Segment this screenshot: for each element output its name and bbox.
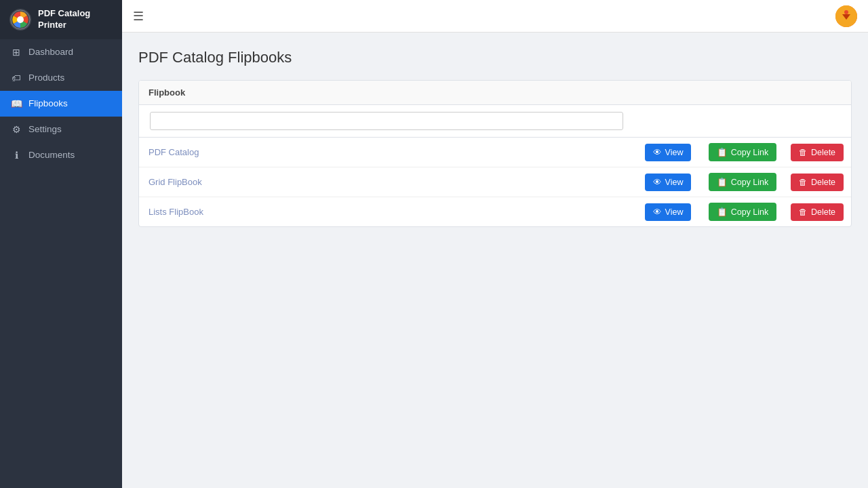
sidebar-item-flipbooks[interactable]: 📖 Flipbooks <box>0 91 122 117</box>
row-copy-cell-0: 📋 Copy Link <box>702 138 783 167</box>
delete-button-0[interactable]: 🗑 Delete <box>791 144 844 161</box>
trash-icon: 🗑 <box>799 148 808 157</box>
hamburger-button[interactable]: ☰ <box>133 9 144 24</box>
trash-icon: 🗑 <box>799 178 808 187</box>
col2-header <box>634 81 702 104</box>
sidebar-item-flipbooks-label: Flipbooks <box>28 98 68 108</box>
user-avatar[interactable] <box>835 5 857 27</box>
row-view-cell-1: 👁 View <box>634 168 702 197</box>
row-copy-cell-2: 📋 Copy Link <box>702 197 783 226</box>
row-view-cell-2: 👁 View <box>634 198 702 226</box>
row-delete-cell-1: 🗑 Delete <box>783 168 851 197</box>
copy-icon: 📋 <box>717 147 728 157</box>
row-name-1: Grid FlipBook <box>139 170 634 194</box>
row-copy-cell-1: 📋 Copy Link <box>702 167 783 197</box>
row-name-2: Lists FlipBook <box>139 200 634 224</box>
sidebar-item-settings[interactable]: ⚙ Settings <box>0 117 122 142</box>
app-title: PDF Catalog Printer <box>38 8 113 31</box>
flipbooks-icon: 📖 <box>11 98 22 109</box>
sidebar-item-documents-label: Documents <box>28 150 75 160</box>
eye-icon: 👁 <box>653 207 662 217</box>
svg-point-5 <box>844 10 848 14</box>
search-col2 <box>634 105 702 137</box>
col3-header <box>702 81 783 104</box>
copy-icon: 📋 <box>717 207 728 217</box>
sidebar-item-dashboard[interactable]: ⊞ Dashboard <box>0 39 122 65</box>
table-row: Grid FlipBook 👁 View 📋 Copy Link 🗑 Delet… <box>139 167 851 197</box>
delete-button-2[interactable]: 🗑 Delete <box>791 203 844 221</box>
sidebar-item-dashboard-label: Dashboard <box>28 47 73 57</box>
settings-icon: ⚙ <box>11 124 22 135</box>
table-header: Flipbook <box>139 81 851 105</box>
sidebar-item-documents[interactable]: ℹ Documents <box>0 142 122 168</box>
sidebar-item-settings-label: Settings <box>28 124 62 134</box>
sidebar-item-products[interactable]: 🏷 Products <box>0 65 122 91</box>
sidebar: PDF Catalog Printer ⊞ Dashboard 🏷 Produc… <box>0 0 122 488</box>
search-col3 <box>702 105 783 137</box>
svg-point-2 <box>17 16 24 23</box>
row-delete-cell-0: 🗑 Delete <box>783 138 851 167</box>
eye-icon: 👁 <box>653 178 662 187</box>
col4-header <box>783 81 851 104</box>
col-flipbook-header: Flipbook <box>139 81 634 104</box>
table-row: Lists FlipBook 👁 View 📋 Copy Link 🗑 Dele… <box>139 197 851 226</box>
trash-icon: 🗑 <box>799 207 808 217</box>
app-logo-icon <box>9 9 31 30</box>
search-cell <box>139 105 634 137</box>
content-area: PDF Catalog Flipbooks Flipbook PDF Cata <box>122 33 868 488</box>
table-search-row <box>139 105 851 138</box>
copy-link-button-2[interactable]: 📋 Copy Link <box>709 203 777 221</box>
page-title: PDF Catalog Flipbooks <box>138 49 852 66</box>
copy-icon: 📋 <box>717 177 728 187</box>
search-input[interactable] <box>150 112 623 130</box>
copy-link-button-0[interactable]: 📋 Copy Link <box>709 143 777 161</box>
view-button-2[interactable]: 👁 View <box>645 203 692 221</box>
row-view-cell-0: 👁 View <box>634 138 702 167</box>
flipbook-table: Flipbook PDF Catalog 👁 View <box>138 80 852 227</box>
delete-button-1[interactable]: 🗑 Delete <box>791 174 844 191</box>
sidebar-header: PDF Catalog Printer <box>0 0 122 39</box>
search-col4 <box>783 105 851 137</box>
dashboard-icon: ⊞ <box>11 47 22 58</box>
avatar-icon <box>835 5 857 27</box>
copy-link-button-1[interactable]: 📋 Copy Link <box>709 173 777 191</box>
topbar: ☰ <box>122 0 868 33</box>
view-button-0[interactable]: 👁 View <box>645 144 692 161</box>
sidebar-item-products-label: Products <box>28 73 64 83</box>
products-icon: 🏷 <box>11 73 22 83</box>
row-delete-cell-2: 🗑 Delete <box>783 198 851 226</box>
main-area: ☰ PDF Catalog Flipbooks Flipbook <box>122 0 868 488</box>
view-button-1[interactable]: 👁 View <box>645 174 692 191</box>
table-body: PDF Catalog 👁 View 📋 Copy Link 🗑 Delete <box>139 138 851 226</box>
documents-icon: ℹ <box>11 150 22 161</box>
row-name-0: PDF Catalog <box>139 140 634 164</box>
eye-icon: 👁 <box>653 148 662 157</box>
table-row: PDF Catalog 👁 View 📋 Copy Link 🗑 Delete <box>139 138 851 167</box>
